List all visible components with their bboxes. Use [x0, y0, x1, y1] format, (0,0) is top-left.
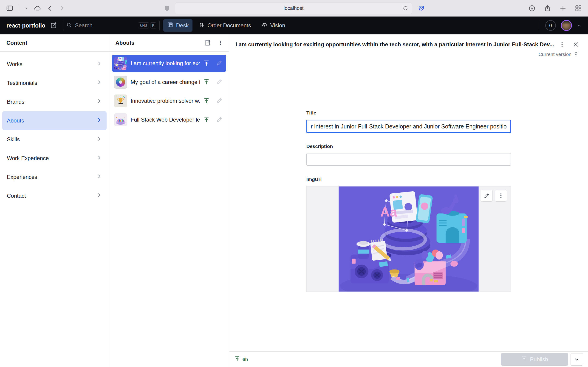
global-search[interactable]: CMD K	[63, 20, 160, 31]
list-item[interactable]: I am currently looking for exc...	[112, 55, 226, 72]
new-document-button[interactable]	[50, 22, 57, 29]
back-icon[interactable]	[47, 5, 53, 11]
tab-vision[interactable]: Vision	[257, 19, 289, 32]
cmd-keycap: CMD	[138, 23, 149, 28]
image-menu-kebab-button[interactable]	[495, 190, 507, 202]
forward-icon[interactable]	[59, 5, 65, 11]
document-form: Title Description ImgUrl	[229, 97, 588, 351]
sidebar-item-abouts[interactable]: Abouts	[2, 111, 107, 130]
edit-image-button[interactable]	[481, 190, 493, 202]
publish-menu-chevron-button[interactable]	[571, 353, 583, 366]
sidebar-item-label: Abouts	[7, 117, 24, 124]
tab-desk[interactable]: Desk	[163, 19, 192, 32]
tab-overview-icon[interactable]	[575, 5, 582, 12]
list-item[interactable]: Innovative problem solver w...	[112, 92, 226, 109]
content-sidebar: Content Works Testimonials Brands Abouts	[0, 34, 109, 367]
chevron-right-icon	[96, 117, 102, 124]
tab-desk-label: Desk	[176, 22, 189, 29]
downloads-icon[interactable]	[528, 5, 536, 12]
browser-toolbar: localhost	[0, 0, 588, 17]
publish-button[interactable]: Publish	[501, 353, 568, 366]
sidebar-item-work-experience[interactable]: Work Experience	[2, 149, 107, 168]
close-icon[interactable]	[573, 42, 579, 48]
sort-chevrons-icon	[573, 51, 579, 58]
description-input[interactable]	[306, 153, 511, 166]
list-menu-kebab-icon[interactable]	[217, 40, 224, 46]
header-divider	[229, 63, 588, 63]
refresh-icon[interactable]	[402, 5, 409, 11]
sidebar-item-skills[interactable]: Skills	[2, 130, 107, 149]
chevron-right-icon	[96, 192, 102, 199]
user-menu-chevron-down-icon[interactable]	[577, 23, 582, 28]
chevron-right-icon	[96, 80, 102, 86]
version-selector[interactable]: Current version	[229, 48, 588, 63]
share-icon[interactable]	[544, 5, 551, 12]
studio-navbar: react-portfolio CMD K Desk Order Documen…	[0, 17, 588, 34]
content-type-list: Works Testimonials Brands Abouts Skills	[0, 52, 109, 209]
document-thumbnail	[114, 94, 127, 107]
published-icon	[203, 60, 210, 67]
project-title: react-portfolio	[6, 22, 45, 29]
edit-pencil-icon	[216, 116, 223, 123]
document-thumbnail	[114, 113, 127, 126]
document-list: I am currently looking for exc... My goa…	[109, 52, 229, 131]
eye-icon	[261, 22, 268, 29]
sidebar-item-works[interactable]: Works	[2, 55, 107, 74]
document-header-title: I am currently looking for exciting oppo…	[236, 41, 559, 48]
sidebar-item-label: Experiences	[7, 174, 37, 180]
search-input[interactable]	[75, 22, 135, 29]
sidebar-item-contact[interactable]: Contact	[2, 186, 107, 205]
chevron-right-icon	[96, 136, 102, 143]
sidebar-title: Content	[0, 34, 109, 52]
address-bar[interactable]: localhost	[175, 2, 412, 14]
new-tab-icon[interactable]	[560, 5, 566, 12]
desk-icon	[167, 22, 173, 29]
sidebar-chevron-down-icon[interactable]	[25, 6, 28, 10]
document-title: I am currently looking for exc...	[131, 60, 199, 67]
title-input[interactable]	[306, 120, 511, 133]
sidebar-item-brands[interactable]: Brands	[2, 92, 107, 111]
k-keycap: K	[150, 23, 156, 28]
navbar-divider	[540, 21, 540, 30]
sidebar-item-label: Skills	[7, 136, 20, 143]
list-item[interactable]: My goal of a career change f...	[112, 74, 226, 91]
create-document-button[interactable]	[204, 40, 211, 46]
sidebar-item-testimonials[interactable]: Testimonials	[2, 74, 107, 92]
document-menu-kebab-icon[interactable]	[559, 42, 565, 48]
edit-pencil-icon	[216, 98, 223, 105]
document-thumbnail	[114, 57, 127, 70]
document-title: Innovative problem solver w...	[131, 98, 199, 104]
chevron-right-icon	[96, 174, 102, 181]
tool-tabs: Desk Order Documents Vision	[163, 19, 289, 32]
description-field-label: Description	[306, 144, 511, 149]
list-item[interactable]: Full Stack Web Developer lev...	[112, 111, 226, 128]
document-title: Full Stack Web Developer lev...	[131, 117, 199, 123]
version-label: Current version	[538, 52, 571, 57]
published-icon	[203, 79, 210, 86]
swap-arrows-icon	[199, 22, 205, 29]
document-editor-pane: I am currently looking for exciting oppo…	[229, 34, 588, 367]
browser-sidebar-icon[interactable]	[6, 5, 13, 12]
chevron-right-icon	[96, 61, 102, 68]
published-icon	[203, 116, 210, 123]
icloud-tabs-icon[interactable]	[34, 5, 41, 12]
tab-order-documents-label: Order Documents	[208, 22, 251, 29]
notifications-badge[interactable]: 0	[545, 20, 556, 31]
sidebar-item-label: Works	[7, 61, 23, 67]
privacy-shield-icon[interactable]	[164, 0, 170, 17]
published-icon	[203, 98, 210, 105]
document-title: My goal of a career change f...	[131, 79, 199, 85]
sidebar-item-experiences[interactable]: Experiences	[2, 168, 107, 186]
published-icon	[234, 356, 240, 363]
image-field	[306, 186, 511, 292]
search-shortcut: CMD K	[138, 23, 156, 28]
user-avatar[interactable]	[561, 20, 572, 31]
edit-pencil-icon	[216, 79, 223, 86]
sidebar-item-label: Testimonials	[7, 80, 37, 86]
last-published-time: 6h	[242, 357, 248, 362]
image-preview	[338, 186, 479, 292]
imgurl-field-label: ImgUrl	[306, 177, 511, 182]
tab-order-documents[interactable]: Order Documents	[195, 19, 255, 32]
pocket-extension-icon[interactable]	[418, 0, 425, 17]
edit-pencil-icon	[216, 60, 223, 67]
